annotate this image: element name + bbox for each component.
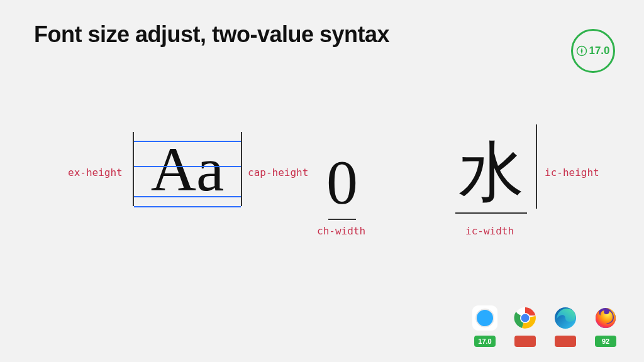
- browser-firefox: 92: [592, 305, 619, 347]
- aa-glyph-box: Aa: [134, 132, 241, 201]
- edge-icon: [553, 305, 578, 331]
- cap-line: [134, 141, 241, 142]
- ic-width-label: ic-width: [465, 225, 514, 237]
- browser-support-row: 17.0: [472, 305, 619, 347]
- right-guide: [241, 132, 242, 206]
- cap-height-label: cap-height: [248, 167, 308, 178]
- browser-chrome: [512, 305, 538, 347]
- version-badge: 17.0: [571, 29, 615, 73]
- firefox-version-chip: 92: [595, 336, 616, 347]
- cjk-glyph-box: 水: [450, 128, 532, 205]
- ic-height-label: ic-height: [545, 167, 599, 178]
- ic-height-guide: [536, 124, 537, 209]
- ch-width-guide: [328, 219, 356, 220]
- x-line: [134, 166, 241, 167]
- safari-icon: [472, 305, 497, 331]
- zero-glyph: 0: [326, 151, 358, 214]
- browser-edge: [552, 305, 579, 347]
- edge-version-chip: [555, 336, 576, 347]
- left-guide: [133, 132, 134, 206]
- ch-width-label: ch-width: [317, 225, 365, 237]
- zero-glyph-box: 0: [317, 126, 367, 214]
- firefox-icon: [593, 305, 618, 331]
- version-text: 17.0: [589, 45, 609, 57]
- chrome-version-chip: [514, 336, 536, 347]
- descender-line: [134, 206, 241, 207]
- aa-glyph: Aa: [151, 138, 225, 201]
- cjk-glyph: 水: [458, 140, 524, 205]
- metrics-diagram: ex-height Aa cap-height 0 ch-width 水 ic-…: [0, 126, 644, 251]
- compass-icon: [576, 45, 587, 57]
- ex-height-label: ex-height: [68, 167, 123, 178]
- svg-point-5: [521, 314, 530, 322]
- baseline: [134, 196, 241, 197]
- chrome-icon: [513, 305, 538, 331]
- slide-title: Font size adjust, two-value syntax: [34, 21, 389, 48]
- ic-width-guide: [455, 212, 527, 214]
- browser-safari: 17.0: [472, 305, 498, 347]
- safari-version-chip: 17.0: [474, 336, 496, 347]
